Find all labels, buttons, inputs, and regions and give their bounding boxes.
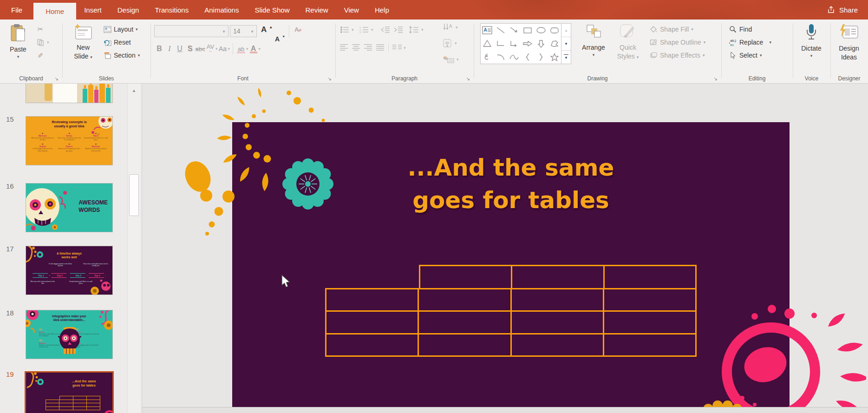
convert-smartart-arrow[interactable]: ▾ xyxy=(457,57,459,62)
shape-effects-arrow[interactable]: ▾ xyxy=(703,53,705,58)
font-name-combobox[interactable]: ▾ xyxy=(154,25,228,37)
share-button[interactable]: Share xyxy=(827,0,868,20)
section-button[interactable]: Section ▾ xyxy=(103,51,140,59)
tab-review[interactable]: Review xyxy=(297,0,336,20)
bullets-button[interactable]: ▾ xyxy=(340,26,354,33)
decrease-indent-button[interactable] xyxy=(381,26,390,33)
mini-table-cell[interactable] xyxy=(60,396,73,400)
character-spacing-button[interactable]: AV↔ xyxy=(205,43,215,55)
quick-styles-button[interactable]: Quick Styles ▾ xyxy=(613,23,643,60)
shape-curve[interactable] xyxy=(508,50,521,64)
table-body-cell[interactable] xyxy=(604,334,695,355)
arrange-button[interactable]: Arrange ▾ xyxy=(579,23,608,57)
slide-thumbnail-19[interactable]: ...And the samegoes for tables xyxy=(25,371,114,413)
numbering-arrow[interactable]: ▾ xyxy=(371,27,373,32)
find-button[interactable]: Find xyxy=(729,25,752,33)
table-body-cell[interactable] xyxy=(419,334,510,355)
shape-arrow[interactable] xyxy=(508,24,521,37)
mini-table-cell[interactable] xyxy=(73,400,86,403)
shape-line[interactable] xyxy=(494,24,508,37)
thumbnail-scroll-up-button[interactable]: ▲ xyxy=(128,85,140,97)
shapes-scroll-up[interactable]: ▴ xyxy=(561,24,571,37)
table-header-cell[interactable] xyxy=(605,266,695,288)
tab-help[interactable]: Help xyxy=(367,0,397,20)
justify-button[interactable] xyxy=(376,44,385,51)
shape-outline-button[interactable]: Shape Outline ▾ xyxy=(649,38,705,46)
shape-elbow-connector[interactable] xyxy=(494,37,508,51)
mini-table-cell[interactable] xyxy=(46,400,59,403)
tab-file[interactable]: File xyxy=(0,0,33,20)
dictate-button[interactable]: Dictate ▾ xyxy=(797,23,825,58)
table-body-cell[interactable] xyxy=(419,312,510,333)
highlight-color-button[interactable]: ab xyxy=(236,43,246,55)
mini-table-cell[interactable] xyxy=(59,407,72,410)
increase-indent-button[interactable] xyxy=(394,26,403,33)
align-left-button[interactable] xyxy=(340,44,348,51)
shape-rectangle[interactable] xyxy=(521,24,535,37)
tab-insert[interactable]: Insert xyxy=(76,0,110,20)
shape-fill-button[interactable]: Shape Fill ▾ xyxy=(649,25,693,33)
mini-table-cell[interactable] xyxy=(87,396,100,400)
arrange-dropdown-arrow[interactable]: ▾ xyxy=(593,52,595,57)
slide-table-body[interactable] xyxy=(325,288,697,357)
copy-dropdown-arrow[interactable]: ▾ xyxy=(47,40,49,45)
design-ideas-button[interactable]: Design Ideas xyxy=(834,23,864,61)
table-header-cell[interactable] xyxy=(420,266,511,288)
tab-animations[interactable]: Animations xyxy=(196,0,247,20)
mini-table-cell[interactable] xyxy=(73,403,86,406)
underline-button[interactable]: U xyxy=(175,43,185,55)
tab-view[interactable]: View xyxy=(336,0,367,20)
shape-effects-button[interactable]: Shape Effects ▾ xyxy=(649,51,705,59)
shape-elbow-arrow-connector[interactable] xyxy=(508,37,521,51)
reset-button[interactable]: Reset xyxy=(103,38,131,46)
tab-home[interactable]: Home xyxy=(33,3,76,20)
bullets-arrow[interactable]: ▾ xyxy=(352,27,354,32)
mini-table-cell[interactable] xyxy=(87,403,100,406)
align-right-button[interactable] xyxy=(364,44,372,51)
shape-oval[interactable] xyxy=(534,24,548,37)
dictate-dropdown-arrow[interactable]: ▾ xyxy=(810,53,813,58)
bold-button[interactable]: B xyxy=(154,43,164,55)
slide-thumbnail-17[interactable]: A timeline alwaysworks well Day 1Day 2Da… xyxy=(26,246,113,295)
table-body-cell[interactable] xyxy=(326,334,418,355)
mini-table-cell[interactable] xyxy=(46,407,59,410)
table-body-cell[interactable] xyxy=(604,312,695,333)
slide-title[interactable]: ...And the same goes for tables xyxy=(385,151,636,216)
font-color-arrow[interactable]: ▾ xyxy=(259,46,261,51)
shape-right-arrow[interactable] xyxy=(521,37,535,51)
text-direction-button[interactable]: A ▾ xyxy=(443,23,458,32)
line-spacing-arrow[interactable]: ▾ xyxy=(421,27,424,32)
shape-triangle[interactable] xyxy=(481,37,494,51)
columns-button[interactable]: ▾ xyxy=(392,44,406,52)
slide-thumbnail-18[interactable]: Infographics make youridea understandabl… xyxy=(26,310,113,359)
tab-design[interactable]: Design xyxy=(110,0,147,20)
font-size-dropdown-arrow[interactable]: ▾ xyxy=(248,29,256,34)
align-text-button[interactable]: ▾ xyxy=(443,39,457,47)
mini-table-cell[interactable] xyxy=(87,407,100,410)
copy-button[interactable]: ▾ xyxy=(36,38,49,46)
table-body-cell[interactable] xyxy=(326,312,418,333)
table-body-cell[interactable] xyxy=(512,334,603,355)
paste-dropdown-arrow[interactable]: ▾ xyxy=(17,54,20,59)
format-painter-button[interactable] xyxy=(36,51,45,59)
font-color-button[interactable]: A xyxy=(248,43,259,55)
shape-arc[interactable] xyxy=(494,50,508,64)
slide-thumbnail-15[interactable]: Reviewing concepts isusually a good idea… xyxy=(26,116,113,165)
mini-table-cell[interactable] xyxy=(73,396,86,400)
table-body-cell[interactable] xyxy=(326,289,418,310)
paste-button[interactable]: Paste ▾ xyxy=(6,23,31,59)
table-body-cell[interactable] xyxy=(512,312,603,333)
mini-table-cell[interactable] xyxy=(59,403,72,406)
layout-button[interactable]: Layout ▾ xyxy=(103,25,138,33)
shape-rounded-rectangle[interactable] xyxy=(548,24,561,37)
font-name-dropdown-arrow[interactable]: ▾ xyxy=(220,29,228,34)
shape-textbox[interactable]: A xyxy=(481,24,494,37)
new-slide-button[interactable]: New Slide ▾ xyxy=(69,23,98,60)
shape-left-brace[interactable] xyxy=(521,50,535,64)
shape-freeform[interactable] xyxy=(548,37,561,51)
shapes-scroll-down[interactable]: ▾ xyxy=(561,37,571,50)
select-dropdown-arrow[interactable]: ▾ xyxy=(760,53,762,58)
select-button[interactable]: Select ▾ xyxy=(729,51,762,59)
shape-fill-arrow[interactable]: ▾ xyxy=(691,27,693,32)
table-header-cell[interactable] xyxy=(512,266,603,288)
